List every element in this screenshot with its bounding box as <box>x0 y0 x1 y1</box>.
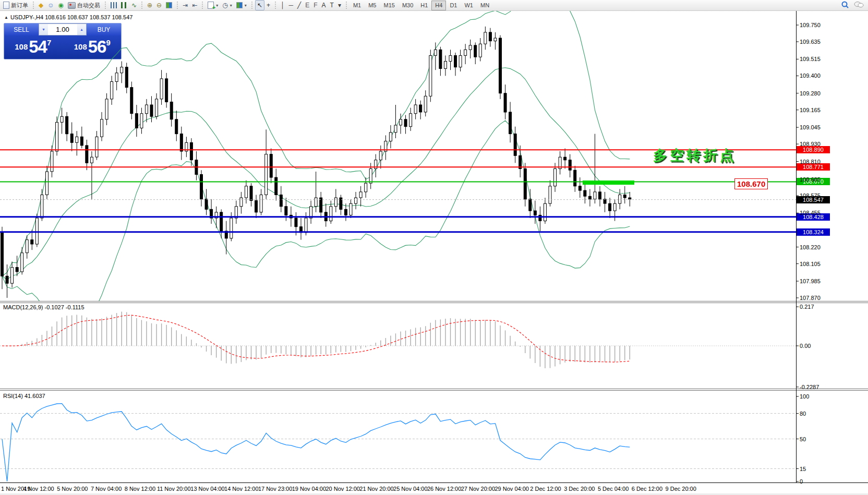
signal-icon[interactable]: ◉ <box>56 0 66 10</box>
auto-trading-button[interactable]: 自动交易 <box>66 0 102 10</box>
auto-scroll-icon[interactable]: ⇥ <box>180 0 190 10</box>
auto-trading-icon <box>68 2 76 9</box>
cursor-icon: ↖ <box>257 2 262 8</box>
toolbar-separator <box>202 2 203 9</box>
chart-frame-bottom <box>0 482 868 483</box>
price-tick-label: 108.685 <box>800 176 821 183</box>
horizontal-line-icon[interactable]: ─ <box>286 0 295 10</box>
timeframe-m5[interactable]: M5 <box>365 1 380 10</box>
timeframe-h4[interactable]: H4 <box>431 1 446 10</box>
arrows-icon[interactable]: ▾ <box>336 0 343 10</box>
time-axis-label: 8 Nov 12:00 <box>125 486 155 492</box>
indicators-icon[interactable]: ▾ <box>206 0 220 10</box>
main-chart-pane[interactable] <box>0 11 868 301</box>
toolbar-separator <box>141 2 142 9</box>
caret-down-icon[interactable]: ▾ <box>216 3 218 8</box>
time-axis-label: 29 Nov 04:00 <box>495 486 528 492</box>
text-icon: A <box>322 2 326 8</box>
price-tick-label: 109.045 <box>800 124 821 130</box>
chart-window[interactable]: ▲USDJPY-,H4 108.616 108.637 108.537 108.… <box>0 11 868 495</box>
market-watch-icon[interactable]: ◆ <box>37 0 45 10</box>
price-tick-label: 108.930 <box>800 141 821 147</box>
timeframe-m1[interactable]: M1 <box>349 1 365 10</box>
chart-annotation-text[interactable]: 多空转折点 <box>653 146 737 165</box>
bar-chart-icon-icon <box>111 2 117 8</box>
time-axis-label: 13 Nov 04:00 <box>190 486 224 492</box>
price-tick-label: 108.455 <box>800 210 821 216</box>
text-label-icon[interactable]: T <box>328 0 336 10</box>
time-axis-label: 14 Nov 12:00 <box>224 486 258 492</box>
timeframe-w1[interactable]: W1 <box>461 1 477 10</box>
new-order-button[interactable]: 新订单 <box>1 0 30 10</box>
time-axis-label: 27 Nov 20:00 <box>461 486 495 492</box>
zoom-in-icon[interactable]: ⊕ <box>145 0 154 10</box>
contacts-icon: ☺ <box>47 2 54 8</box>
macd-tick-label: 0.217 <box>800 304 814 310</box>
price-tick-label: 109.515 <box>800 56 821 62</box>
zoom-out-icon[interactable]: ⊖ <box>154 0 164 10</box>
price-tick-label: 108.220 <box>800 244 821 250</box>
community-chat-icon[interactable] <box>853 1 864 10</box>
price-line-badge: 108.324 <box>797 228 830 236</box>
trendline-icon: ╱ <box>297 2 301 8</box>
text-icon[interactable]: A <box>320 0 328 10</box>
chart-shift-icon[interactable]: ⇤ <box>190 0 199 10</box>
price-tick-label: 109.635 <box>800 39 821 45</box>
macd-label: MACD(12,26,9) -0.1027 -0.1115 <box>3 304 85 310</box>
auto-trading-button-label: 自动交易 <box>77 2 100 9</box>
trendline-icon[interactable]: ╱ <box>295 0 303 10</box>
vertical-line-icon[interactable]: │ <box>279 0 287 10</box>
timeframe-m15[interactable]: M15 <box>380 1 398 10</box>
rsi-tick-label: 50 <box>800 436 806 442</box>
price-tick-label: 109.280 <box>800 90 821 96</box>
macd-pane[interactable] <box>0 303 868 389</box>
templates-icon[interactable]: ▾ <box>234 0 249 10</box>
indicators-icon-icon <box>208 2 214 9</box>
fibonacci-icon[interactable]: F <box>311 0 319 10</box>
bar-chart-icon[interactable] <box>108 0 119 10</box>
crosshair-icon[interactable]: + <box>264 0 272 10</box>
caret-down-icon[interactable]: ▾ <box>230 3 232 8</box>
price-callout-label[interactable]: 108.670 <box>734 178 768 189</box>
timeframe-m30[interactable]: M30 <box>399 1 417 10</box>
time-axis-label: 25 Nov 04:00 <box>393 486 427 492</box>
market-watch-icon: ◆ <box>39 2 43 8</box>
rsi-pane[interactable] <box>0 391 868 482</box>
time-axis-label: 5 Nov 20:00 <box>57 486 88 492</box>
caret-down-icon[interactable]: ▾ <box>245 3 247 8</box>
price-tick-label: 109.750 <box>800 22 821 28</box>
rsi-tick-label: 15 <box>800 466 806 472</box>
auto-scroll-icon: ⇥ <box>183 2 188 8</box>
arrows-icon: ▾ <box>338 2 341 8</box>
fibonacci-icon: F <box>314 2 317 8</box>
line-chart-icon[interactable]: ∿ <box>129 0 139 10</box>
price-tick-label: 108.575 <box>800 192 821 199</box>
timeframe-d1[interactable]: D1 <box>446 1 461 10</box>
timeframe-mn[interactable]: MN <box>477 1 493 10</box>
toolbar-separator <box>105 2 106 9</box>
time-axis-label: 7 Nov 04:00 <box>91 486 122 492</box>
price-axis[interactable] <box>796 11 797 482</box>
contacts-icon[interactable]: ☺ <box>45 0 56 10</box>
time-axis-label: 20 Nov 12:00 <box>326 486 359 492</box>
line-chart-icon: ∿ <box>131 2 137 8</box>
candlestick-chart-icon[interactable] <box>119 0 129 10</box>
toolbar-separator <box>275 2 276 9</box>
time-axis-label: 9 Dec 20:00 <box>666 486 696 492</box>
cursor-icon[interactable]: ↖ <box>255 0 264 10</box>
equidistant-channel-icon: E <box>305 2 309 8</box>
tile-windows-icon[interactable] <box>164 0 174 10</box>
templates-icon-icon <box>236 2 243 8</box>
timeframe-h1[interactable]: H1 <box>417 1 431 10</box>
equidistant-channel-icon[interactable]: E <box>303 0 311 10</box>
time-axis-label: 5 Dec 04:00 <box>598 486 629 492</box>
top-toolbar: 新订单◆☺◉自动交易∿⊕⊖⇥⇤▾◷▾▾↖+│─╱EFAT▾M1M5M15M30H… <box>0 0 868 11</box>
time-axis-label: 11 Nov 20:00 <box>157 486 191 492</box>
search-icon[interactable] <box>841 1 849 10</box>
horizontal-line-icon: ─ <box>288 2 293 8</box>
macd-tick-label: 0.00 <box>800 343 811 349</box>
time-axis-label: 6 Dec 12:00 <box>632 486 662 492</box>
signal-icon: ◉ <box>58 2 64 8</box>
periods-icon[interactable]: ◷▾ <box>220 0 234 10</box>
toolbar-separator <box>346 2 347 9</box>
